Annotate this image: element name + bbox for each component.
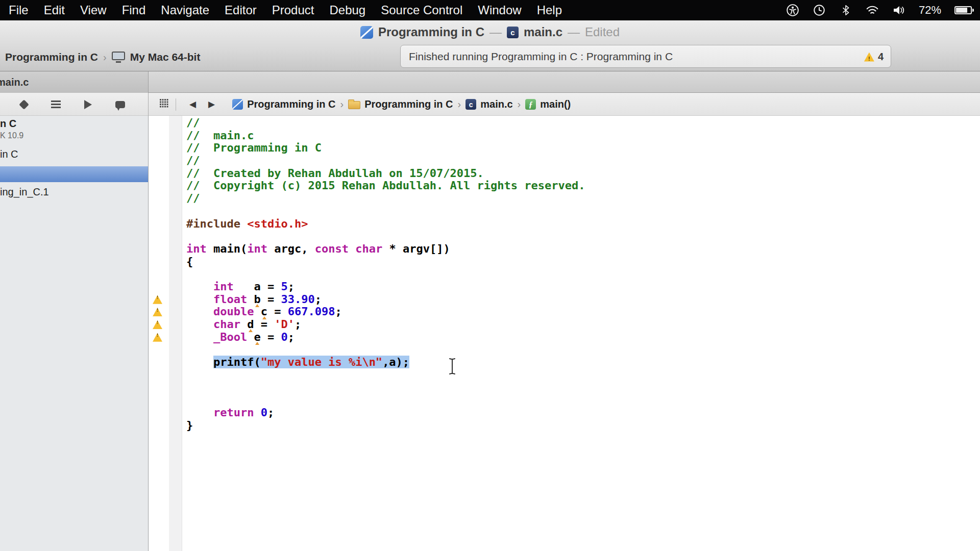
code-line[interactable]: // (186, 192, 980, 205)
code-line[interactable]: #include <stdio.h> (186, 218, 980, 231)
code-token (349, 242, 355, 255)
code-token: const (315, 242, 349, 255)
code-token: { (186, 255, 193, 268)
xcode-project-doc-icon (360, 26, 373, 39)
code-token: int (213, 280, 234, 293)
menu-item[interactable]: Navigate (153, 3, 217, 17)
volume-icon[interactable] (892, 4, 905, 17)
warning-triangle-icon[interactable] (153, 295, 162, 304)
code-line[interactable] (186, 205, 980, 218)
battery-fill (956, 8, 967, 13)
code-token: // Copyright (c) 2015 Rehan Abdullah. Al… (186, 179, 585, 192)
battery-percent: 72% (919, 4, 941, 17)
code-token: // (186, 116, 200, 129)
bluetooth-icon[interactable] (839, 4, 852, 17)
code-token: // (186, 154, 200, 167)
code-token: "my value is %i\n" (261, 356, 382, 368)
crumb-label: Programming in C (364, 98, 453, 110)
jumpbar-crumb-main-[interactable]: main() (525, 98, 571, 110)
menu-item[interactable]: Help (529, 3, 570, 17)
jumpbar-crumb-programming-in-c[interactable]: Programming in C (348, 98, 453, 110)
code-line[interactable]: double c = 667.098; (186, 306, 980, 318)
scheme-selector[interactable]: Programming in C › My Mac 64-bit (5, 48, 200, 66)
code-token: char (355, 242, 382, 255)
project-navigator: n CK 10.9in Cing_in_C.1 (0, 116, 149, 551)
comment-bubble-icon[interactable] (115, 101, 125, 108)
sidebar-item[interactable]: ing_in_C.1 (0, 185, 148, 199)
code-line[interactable]: // Programming in C (186, 142, 980, 155)
menu-item[interactable]: Product (264, 3, 322, 17)
sidebar-item[interactable]: in C (0, 147, 148, 161)
related-items-grid-icon[interactable] (160, 99, 168, 110)
diamond-nav-icon[interactable] (19, 99, 29, 110)
chevron-right-icon: › (518, 98, 521, 110)
run-destination[interactable]: My Mac 64-bit (130, 51, 201, 63)
code-line[interactable]: } (186, 419, 980, 432)
menubar-status-area: 72% (786, 4, 980, 17)
source-editor[interactable]: //// main.c// Programming in C//// Creat… (149, 116, 980, 551)
warning-triangle-icon[interactable] (153, 308, 162, 316)
code-line[interactable]: // (186, 117, 980, 130)
jumpbar-crumb-programming-in-c[interactable]: Programming in C (232, 98, 335, 110)
c-file-icon (507, 27, 519, 38)
forward-button[interactable]: ▶ (202, 99, 221, 110)
code-token (186, 280, 213, 293)
code-line[interactable] (186, 394, 980, 407)
menu-item[interactable]: View (72, 3, 114, 17)
code-line[interactable]: printf("my value is %i\n",a); (186, 356, 980, 369)
code-token: 'D' (274, 318, 295, 331)
code-line[interactable] (186, 369, 980, 382)
code-line[interactable]: _Bool e = 0; (186, 331, 980, 344)
code-line[interactable]: int main(int argc, const char * argv[]) (186, 243, 980, 256)
code-line[interactable]: // Created by Rehan Abdullah on 15/07/20… (186, 167, 980, 180)
menu-item[interactable]: Find (114, 3, 154, 17)
back-button[interactable]: ◀ (183, 99, 202, 110)
code-line[interactable]: // main.c (186, 130, 980, 142)
code-token: ; (288, 280, 295, 293)
code-token: <stdio.h> (247, 217, 308, 230)
code-line[interactable]: int a = 5; (186, 281, 980, 293)
code-line[interactable] (186, 343, 980, 356)
sidebar-item[interactable]: K 10.9 (0, 131, 148, 142)
accessibility-icon[interactable] (786, 4, 799, 17)
wifi-icon[interactable] (866, 4, 879, 17)
menu-item[interactable]: Debug (322, 3, 373, 17)
code-line[interactable]: return 0; (186, 407, 980, 419)
code-token: argc, (267, 242, 315, 255)
code-token: 0 (281, 331, 287, 343)
window-title: Programming in C — main.c — Edited (0, 20, 980, 44)
play-icon[interactable] (84, 100, 92, 109)
code-token: double (213, 305, 254, 318)
menu-item[interactable]: Window (470, 3, 529, 17)
menu-item[interactable]: Source Control (373, 3, 470, 17)
activity-viewer: Finished running Programming in C : Prog… (400, 45, 891, 68)
code-line[interactable] (186, 268, 980, 281)
jumpbar-crumb-main-c[interactable]: main.c (465, 98, 512, 110)
code-line[interactable] (186, 381, 980, 394)
warning-triangle-icon[interactable] (153, 320, 162, 329)
sidebar-item[interactable]: n C (0, 117, 148, 131)
tab-main-c[interactable]: main.c (0, 71, 149, 93)
code-line[interactable]: float b = 33.90; (186, 293, 980, 306)
code-line[interactable]: { (186, 256, 980, 268)
menubar-items: FileEditViewFindNavigateEditorProductDeb… (0, 3, 570, 17)
time-machine-icon[interactable] (813, 4, 826, 17)
chevron-right-icon: › (340, 98, 344, 110)
warning-triangle-icon[interactable] (153, 333, 162, 342)
battery-icon[interactable] (954, 6, 972, 14)
code-line[interactable]: char d = 'D'; (186, 318, 980, 331)
code-line[interactable] (186, 230, 980, 243)
code-area[interactable]: //// main.c// Programming in C//// Creat… (186, 117, 980, 432)
menu-item[interactable]: Edit (36, 3, 72, 17)
code-line[interactable]: // Copyright (c) 2015 Rehan Abdullah. Al… (186, 180, 980, 192)
code-token: 5 (281, 280, 287, 293)
menu-item[interactable]: File (1, 3, 36, 17)
menu-item[interactable]: Editor (217, 3, 264, 17)
code-token (186, 331, 213, 343)
sidebar-item[interactable] (0, 166, 148, 182)
list-icon[interactable] (51, 101, 61, 108)
warning-badge[interactable]: 4 (864, 45, 884, 68)
scheme-name[interactable]: Programming in C (5, 51, 98, 63)
code-line[interactable]: // (186, 155, 980, 167)
code-token: printf( (213, 356, 261, 368)
